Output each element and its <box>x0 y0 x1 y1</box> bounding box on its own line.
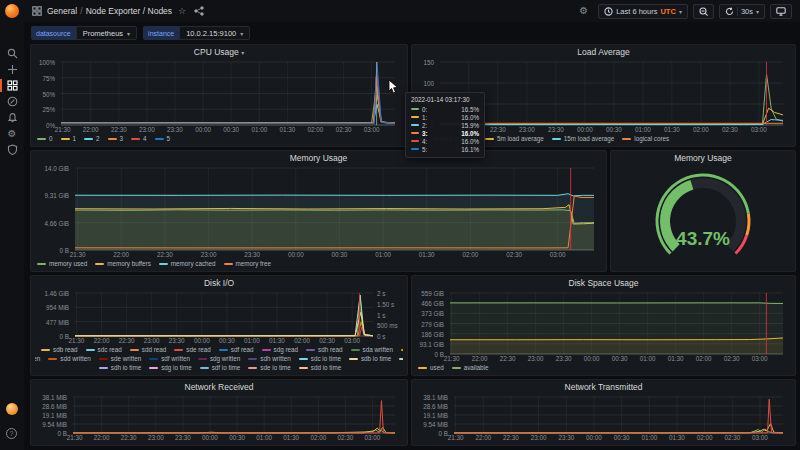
panel-title[interactable]: Load Average <box>412 47 795 57</box>
legend-item[interactable]: logical cores <box>622 135 669 142</box>
time-range-picker[interactable]: Last 6 hours UTC ▾ <box>598 4 688 19</box>
legend-item[interactable]: sdb written <box>401 346 403 353</box>
panel-title[interactable]: Memory Usage <box>31 153 606 163</box>
legend-item[interactable]: sdg io time <box>149 364 191 371</box>
series-line-sdb written <box>75 322 373 336</box>
legend-color-dash <box>99 367 108 369</box>
panel-memory-usage-gauge: Memory Usage 43.7% <box>610 150 796 272</box>
dashboard-settings-button[interactable]: ⚙ <box>574 4 593 19</box>
share-icon[interactable] <box>186 6 204 16</box>
monitor-icon <box>776 7 786 16</box>
legend-item[interactable]: sda io time <box>399 355 403 362</box>
grafana-logo-icon[interactable] <box>5 4 19 18</box>
explore-icon[interactable] <box>0 94 24 109</box>
tooltip-row: 5:16.1% <box>411 145 479 153</box>
legend-item[interactable]: memory cached <box>159 260 216 267</box>
legend-item[interactable]: sde read <box>174 346 211 353</box>
legend-item[interactable]: sdh io time <box>99 364 141 371</box>
legend-item[interactable]: sdd written <box>48 355 90 362</box>
series-line-sda io time <box>75 295 373 336</box>
variable-instance-select[interactable]: 10.0.2.15:9100 ▾ <box>179 26 250 40</box>
breadcrumb-dashboard-title[interactable]: Node Exporter / Nodes <box>86 6 172 16</box>
legend-item[interactable]: memory used <box>37 260 87 267</box>
alerting-icon[interactable] <box>0 110 24 125</box>
refresh-picker[interactable]: 30s ▾ <box>719 4 765 19</box>
legend-item[interactable]: sdh read <box>306 346 343 353</box>
legend-item[interactable]: 0 <box>37 135 53 142</box>
legend-item[interactable]: sda written <box>351 346 393 353</box>
series-line-memory cached <box>75 194 594 196</box>
panel-title[interactable]: Memory Usage <box>611 153 795 163</box>
dashboard-variables-bar: datasource Prometheus ▾ instance 10.0.2.… <box>24 22 800 44</box>
zoom-out-button[interactable] <box>693 4 714 19</box>
legend-item[interactable]: sdc io time <box>299 355 341 362</box>
legend-item[interactable]: 5m load average <box>485 135 544 142</box>
legend-item[interactable]: sdf written <box>149 355 190 362</box>
x-axis-tick: 21:30 <box>70 251 86 258</box>
legend-color-dash <box>86 349 95 351</box>
tooltip-row: 2:15.9% <box>411 121 479 129</box>
panel-title[interactable]: Network Transmitted <box>412 382 795 392</box>
legend-item[interactable]: 1 <box>61 135 77 142</box>
variable-datasource-select[interactable]: Prometheus ▾ <box>76 26 137 40</box>
legend-item[interactable]: sdh written <box>248 355 290 362</box>
x-axis-tick: 01:00 <box>641 434 657 441</box>
star-icon[interactable]: ☆ <box>178 6 186 16</box>
panel-memory-usage-graph: Memory Usage 14.0 GiB9.31 GiB4.66 GiB0 B… <box>30 150 607 272</box>
legend-item[interactable]: sdd read <box>130 346 167 353</box>
legend-item[interactable]: 4 <box>131 135 147 142</box>
create-icon[interactable] <box>0 62 24 77</box>
panel-network-transmitted: Network Transmitted 38.1 MiB28.6 MiB19.1… <box>411 379 796 446</box>
panel-cpu-usage: CPU Usage ▾ 100%75%50%25%0%21:3022:0022:… <box>30 44 408 147</box>
chevron-down-icon: ▾ <box>679 8 682 15</box>
legend-item[interactable]: memory free <box>224 260 271 267</box>
legend-item[interactable]: 5 <box>155 135 171 142</box>
panel-title[interactable]: CPU Usage ▾ <box>31 47 407 57</box>
legend-item[interactable]: 2 <box>84 135 100 142</box>
legend-item[interactable]: sdb io time <box>349 355 391 362</box>
legend-item[interactable]: sde written <box>99 355 141 362</box>
legend-item[interactable]: sdf read <box>219 346 254 353</box>
legend-color-dash <box>41 349 50 351</box>
legend-item[interactable]: sdg read <box>262 346 299 353</box>
user-avatar[interactable] <box>6 403 18 415</box>
timezone-label: UTC <box>660 7 675 16</box>
panel-title[interactable]: Network Received <box>31 382 407 392</box>
help-icon[interactable]: ? <box>6 428 17 439</box>
y-axis-tick: 373 GiB <box>421 310 444 317</box>
legend-item[interactable]: used <box>418 364 444 371</box>
legend-item[interactable]: sdd io time <box>299 364 341 371</box>
breadcrumb-folder[interactable]: General <box>47 6 77 16</box>
x-axis-tick: 22:30 <box>121 434 137 441</box>
server-admin-icon[interactable] <box>0 142 24 157</box>
top-navigation-bar: General / Node Exporter / Nodes ☆ ⚙ Last… <box>24 0 800 22</box>
legend-item[interactable]: memory buffers <box>95 260 151 267</box>
legend-color-dash <box>198 358 207 360</box>
legend-item[interactable]: available <box>452 364 489 371</box>
legend-item[interactable]: sdf io time <box>200 364 241 371</box>
tooltip-row: 1:16.0% <box>411 113 479 121</box>
clock-icon <box>604 7 613 16</box>
panel-title[interactable]: Disk Space Usage <box>412 278 795 288</box>
series-line-5 <box>61 62 395 124</box>
legend-item[interactable]: sdc read <box>86 346 122 353</box>
legend-item[interactable]: 15m load average <box>552 135 614 142</box>
legend-item[interactable]: 3 <box>108 135 124 142</box>
legend-item[interactable]: sdc written <box>35 355 40 362</box>
series-line-sdb io time <box>75 312 373 335</box>
legend-item[interactable]: sdb read <box>41 346 78 353</box>
configuration-icon[interactable]: ⚙ <box>0 126 24 141</box>
search-icon[interactable] <box>0 46 24 61</box>
legend-color-dash <box>149 358 158 360</box>
x-axis-tick: 22:00 <box>94 337 110 344</box>
kiosk-mode-button[interactable] <box>770 4 792 19</box>
legend-item[interactable]: sde io time <box>248 364 290 371</box>
dashboards-icon[interactable] <box>0 78 24 93</box>
mouse-cursor-icon <box>388 80 400 94</box>
x-axis-tick: 22:00 <box>94 434 110 441</box>
x-axis-tick: 22:00 <box>83 126 99 133</box>
panel-title[interactable]: Disk I/O <box>31 278 407 288</box>
legend-item[interactable]: sdg written <box>198 355 240 362</box>
x-axis-tick: 02:00 <box>294 337 310 344</box>
series-line-0 <box>61 86 395 123</box>
